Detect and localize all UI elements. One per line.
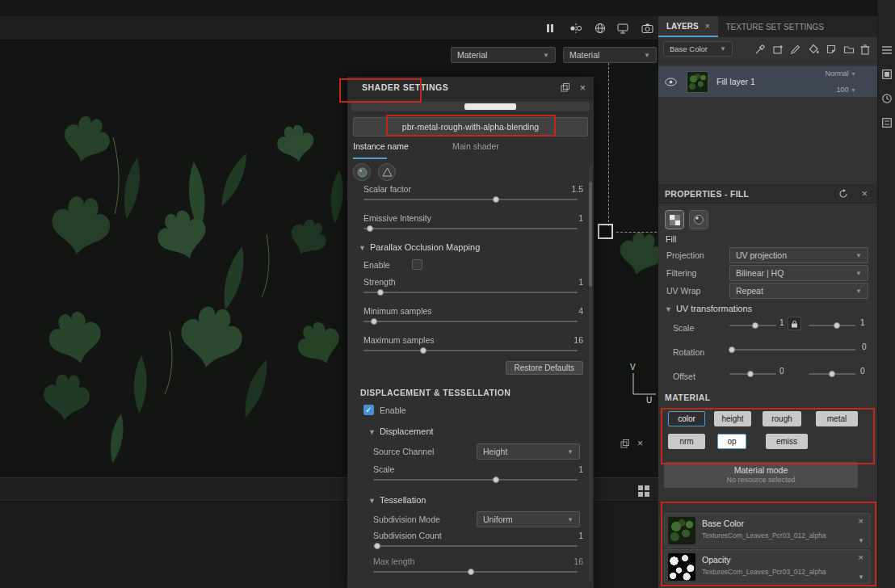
add-layer-icon[interactable] [771, 43, 784, 56]
layer-row-fill-layer-1[interactable]: Fill layer 1 Normal ▼ 100 ▼ [658, 66, 877, 97]
shader-settings-titlebar[interactable]: SHADER SETTINGS × [347, 77, 594, 99]
projection-dropdown[interactable]: UV projection▼ [729, 247, 868, 263]
min-samples-slider[interactable] [363, 317, 578, 326]
tab-instance-name[interactable]: Instance name [353, 141, 409, 158]
uv-wrap-dropdown[interactable]: Repeat▼ [729, 283, 868, 299]
scale-x-slider[interactable] [729, 321, 776, 330]
channel-rough-button[interactable]: rough [763, 411, 801, 426]
folder-icon[interactable] [842, 43, 855, 56]
offset-x-slider[interactable] [729, 370, 776, 378]
max-length-slider[interactable] [373, 568, 578, 576]
menu-icon[interactable] [880, 44, 893, 57]
layer-name[interactable]: Fill layer 1 [716, 77, 755, 86]
shading-mode-value: Material [457, 50, 487, 60]
shading-mode-dropdown-2d[interactable]: Material▼ [563, 47, 657, 63]
channel-filter-dropdown[interactable]: Base Color▼ [663, 41, 733, 57]
filtering-dropdown[interactable]: Bilinear | HQ▼ [729, 265, 868, 281]
tessellation-section-header[interactable]: ▼Tessellation [368, 495, 426, 505]
tab-texture-set-settings[interactable]: TEXTURE SET SETTINGS [718, 16, 833, 37]
offset-y-slider[interactable] [809, 370, 855, 378]
eyedropper-icon[interactable] [754, 43, 767, 56]
param-label: Emissive Intensity [363, 213, 431, 223]
shader-scrollbar-thumb[interactable] [589, 182, 592, 287]
tab-layers[interactable]: LAYERS× [658, 16, 718, 37]
panel-float-icon[interactable] [620, 439, 629, 448]
chevron-down-icon[interactable]: ▼ [858, 537, 864, 544]
layer-visibility-icon[interactable] [665, 78, 677, 86]
close-icon[interactable]: × [861, 187, 868, 200]
channel-emiss-button[interactable]: emiss [766, 434, 808, 449]
channel-color-button[interactable]: color [668, 411, 705, 426]
fill-bucket-icon[interactable] [807, 43, 820, 56]
shader-instance-selected[interactable] [464, 103, 516, 110]
channel-metal-button[interactable]: metal [816, 411, 858, 426]
param-value: 1 [578, 277, 583, 287]
sphere-preview-icon[interactable] [353, 163, 371, 181]
displacement-scale-slider[interactable] [373, 476, 578, 484]
param-label: Scalar factor [363, 184, 411, 194]
param-value: 16 [574, 556, 583, 566]
properties-title: PROPERTIES - FILL [665, 189, 749, 199]
strength-slider[interactable] [363, 288, 578, 296]
active-tab-underline [353, 158, 387, 159]
perspective-globe-icon[interactable] [593, 21, 607, 36]
restore-defaults-button[interactable]: Restore Defaults [506, 361, 583, 375]
pom-enable-checkbox[interactable] [412, 259, 422, 270]
texture-set-list-icon[interactable] [880, 68, 893, 81]
reset-icon[interactable] [838, 189, 848, 199]
dock-window-icon[interactable] [561, 83, 569, 92]
remove-texture-icon[interactable]: × [859, 516, 863, 526]
pom-section-header[interactable]: ▼Parallax Occlusion Mapping [359, 242, 480, 252]
layer-thumbnail[interactable] [687, 71, 708, 93]
source-channel-dropdown[interactable]: Height▼ [477, 443, 580, 460]
display-mode-icon[interactable] [616, 21, 630, 36]
decal-icon[interactable] [825, 43, 838, 56]
displacement-section-header[interactable]: ▼Displacement [368, 426, 434, 436]
rotation-slider[interactable] [729, 346, 855, 354]
display-settings-icon[interactable] [880, 116, 893, 129]
grid-view-icon[interactable] [637, 485, 650, 498]
shader-select-button[interactable]: pbr-metal-rough-with-alpha-blending [353, 117, 588, 136]
texture-item-base-color[interactable]: Base Color TexturesCom_Leaves_Pcr03_012_… [664, 513, 871, 548]
window-title: SHADER SETTINGS [362, 82, 448, 92]
channel-nrm-button[interactable]: nrm [668, 434, 705, 449]
scalar-factor-slider[interactable] [363, 195, 578, 204]
emissive-intensity-slider[interactable] [363, 225, 578, 233]
prism-preview-icon[interactable] [378, 163, 396, 181]
layer-blend-mode[interactable]: Normal ▼ [826, 69, 856, 78]
symmetry-icon[interactable] [569, 21, 583, 36]
max-samples-slider[interactable] [363, 346, 578, 355]
pencil-icon[interactable] [789, 43, 802, 56]
layer-opacity[interactable]: 100 ▼ [837, 86, 856, 94]
displacement-enable-checkbox[interactable]: ✓ [363, 405, 374, 415]
lock-icon[interactable] [788, 317, 801, 330]
scale-y-value: 1 [860, 318, 865, 327]
subdivision-count-slider[interactable] [373, 542, 578, 550]
trash-icon[interactable] [859, 43, 872, 56]
remove-texture-icon[interactable]: × [859, 552, 863, 562]
side-dock-strip [877, 0, 895, 588]
channel-op-button[interactable]: op [717, 434, 746, 449]
chevron-down-icon: ▼ [368, 428, 376, 436]
uv-transformations-section[interactable]: ▼UV transformations [665, 304, 752, 313]
shader-name: pbr-metal-rough-with-alpha-blending [402, 122, 539, 132]
channel-height-button[interactable]: height [714, 411, 751, 426]
chevron-down-icon[interactable]: ▼ [858, 573, 864, 581]
scale-y-slider[interactable] [809, 321, 855, 330]
shading-mode-dropdown-3d[interactable]: Material▼ [451, 47, 556, 63]
material-mode-button[interactable]: Material mode No resource selected [664, 462, 858, 488]
subdivision-mode-dropdown[interactable]: Uniform▼ [477, 511, 580, 527]
material-mode-icon[interactable] [665, 210, 684, 229]
chevron-down-icon: ▼ [855, 270, 862, 277]
pause-icon[interactable] [543, 21, 557, 36]
history-icon[interactable] [880, 92, 893, 105]
paint-mode-icon[interactable] [689, 210, 708, 229]
panel-close-icon[interactable]: × [637, 438, 643, 449]
selection-square[interactable] [598, 224, 613, 239]
camera-icon[interactable] [640, 21, 654, 36]
projection-label: Projection [666, 250, 704, 260]
texture-item-opacity[interactable]: Opacity TexturesCom_Leaves_Pcr03_012_alp… [664, 549, 871, 584]
close-icon[interactable]: × [579, 82, 586, 94]
close-icon[interactable]: × [705, 22, 710, 31]
tab-main-shader[interactable]: Main shader [452, 141, 499, 158]
